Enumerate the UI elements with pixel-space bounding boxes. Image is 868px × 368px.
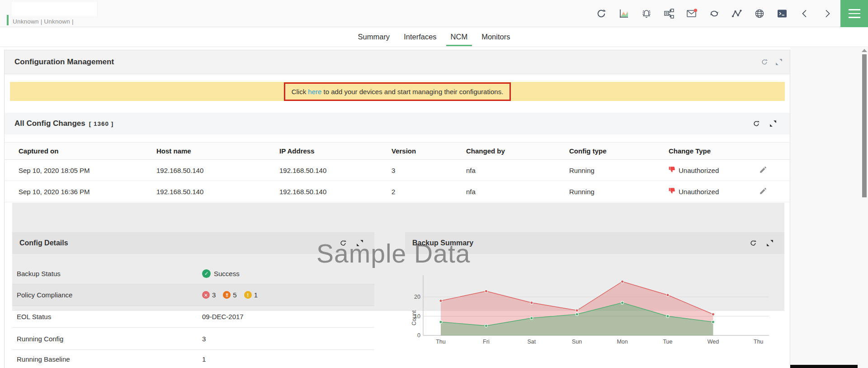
cell-ip-address: 192.168.50.140: [279, 167, 392, 174]
panel-expand-icon[interactable]: [775, 58, 783, 66]
backup-status-label: Backup Status: [12, 270, 202, 277]
col-change-type: Change Type: [669, 147, 751, 155]
policy-compliance-row: Policy Compliance ✕3 !!5 !1: [12, 284, 374, 306]
chevron-left-icon[interactable]: [799, 8, 811, 19]
cell-change-type: Unauthorized: [679, 167, 719, 174]
config-details-header: Config Details: [12, 232, 374, 254]
device-tabs: Summary Interfaces NCM Monitors: [0, 27, 868, 47]
all-config-changes-header: All Config Changes [ 1360 ]: [5, 113, 790, 134]
policy-compliance-label: Policy Compliance: [12, 291, 202, 299]
refresh-icon[interactable]: [595, 8, 607, 19]
globe-icon[interactable]: [754, 8, 765, 19]
cell-captured-on: Sep 10, 2020 18:05 PM: [19, 167, 156, 174]
cell-changed-by: nfa: [466, 188, 569, 196]
critical-icon: ✕: [202, 291, 210, 299]
eol-status-value: 09-DEC-2017: [202, 313, 244, 320]
eol-status-row: EOL Status 09-DEC-2017: [12, 306, 374, 328]
thumbs-down-icon: [669, 187, 675, 196]
running-config-row: Running Config 3: [12, 328, 374, 350]
backup-summary-header: Backup Summary: [405, 232, 784, 254]
backup-status-value: Success: [214, 270, 240, 277]
svg-text:0: 0: [417, 332, 420, 339]
running-baseline-value: 1: [202, 355, 206, 363]
cell-changed-by: nfa: [466, 167, 569, 174]
section-refresh-icon[interactable]: [752, 120, 760, 128]
backup-summary-refresh-icon[interactable]: [749, 239, 757, 247]
svg-text:Wed: Wed: [708, 339, 719, 345]
major-icon: !!: [223, 291, 231, 299]
top-bar: Unknown | Unknown |: [0, 0, 868, 27]
edit-pencil-icon[interactable]: [759, 187, 768, 196]
svg-text:Thu: Thu: [436, 339, 446, 345]
thumbs-down-icon: [669, 166, 675, 174]
cell-ip-address: 192.168.50.140: [279, 188, 392, 196]
col-host-name: Host name: [156, 147, 279, 155]
mail-icon[interactable]: [686, 8, 698, 19]
tab-summary[interactable]: Summary: [357, 27, 391, 47]
running-baseline-label: Running Baseline: [12, 355, 202, 363]
annotation-highlight-box: Click here to add your devices and start…: [284, 82, 511, 101]
col-captured-on: Captured on: [19, 147, 156, 155]
banner-text-suffix: to add your devices and start managing t…: [321, 88, 503, 96]
backup-summary-expand-icon[interactable]: [766, 239, 774, 247]
config-changes-table-header: Captured on Host name IP Address Version…: [5, 142, 790, 160]
critical-count: 3: [212, 291, 216, 299]
scrollbar-thumb[interactable]: [862, 54, 867, 197]
sync-loop-icon[interactable]: [708, 8, 720, 19]
svg-text:Thu: Thu: [754, 339, 764, 345]
backup-summary-title: Backup Summary: [412, 239, 473, 247]
banner-text-prefix: Click: [292, 88, 308, 96]
svg-text:Sat: Sat: [527, 339, 536, 345]
table-row[interactable]: Sep 10, 2020 18:05 PM 192.168.50.140 192…: [5, 160, 790, 181]
hamburger-icon: [849, 9, 860, 10]
cell-config-type: Running: [569, 167, 669, 174]
col-changed-by: Changed by: [466, 147, 569, 155]
panel-header: Configuration Management: [5, 50, 790, 74]
svg-text:Mon: Mon: [617, 339, 627, 345]
edit-pencil-icon[interactable]: [759, 166, 768, 175]
chevron-right-icon[interactable]: [821, 8, 833, 19]
device-title-box[interactable]: [11, 1, 97, 17]
backup-status-row: Backup Status ✓Success: [12, 263, 374, 284]
traceroute-icon[interactable]: [731, 8, 743, 19]
performance-graph-icon[interactable]: [618, 8, 630, 19]
add-devices-banner: Click here to add your devices and start…: [10, 82, 785, 101]
terminal-icon[interactable]: [776, 8, 788, 19]
mail-notification-dot: [694, 9, 697, 12]
workflow-icon[interactable]: [663, 8, 675, 19]
configuration-management-panel: Configuration Management Click here to a…: [4, 50, 790, 368]
cell-captured-on: Sep 10, 2020 16:36 PM: [19, 188, 156, 196]
success-check-icon: ✓: [202, 269, 211, 278]
device-subtitle: Unknown | Unknown |: [13, 18, 74, 25]
panel-refresh-icon[interactable]: [760, 58, 768, 66]
page-gutter: [790, 47, 868, 368]
svg-text:Fri: Fri: [483, 339, 490, 345]
config-details-expand-icon[interactable]: [356, 239, 363, 247]
cell-host-name: 192.168.50.140: [156, 167, 279, 174]
banner-here-link[interactable]: here: [308, 88, 321, 96]
tab-interfaces[interactable]: Interfaces: [403, 27, 437, 47]
minor-count: 1: [254, 291, 258, 299]
tab-monitors[interactable]: Monitors: [481, 27, 511, 47]
config-details-title: Config Details: [19, 239, 68, 247]
cell-version: 3: [392, 167, 466, 174]
device-status-accent: [7, 15, 9, 25]
y-axis-label: Count: [411, 310, 417, 325]
config-details-refresh-icon[interactable]: [339, 239, 347, 247]
backup-summary-chart: 01020ThuFriSatSunMonTueWedThu Count: [410, 265, 771, 351]
running-config-label: Running Config: [12, 335, 202, 343]
section-expand-icon[interactable]: [769, 120, 777, 128]
hamburger-menu-button[interactable]: [840, 0, 868, 27]
col-ip-address: IP Address: [279, 147, 392, 155]
col-config-type: Config type: [569, 147, 669, 155]
cell-version: 2: [392, 188, 466, 196]
alarms-bell-icon[interactable]: [641, 8, 652, 19]
svg-text:Sun: Sun: [572, 339, 582, 345]
tab-ncm[interactable]: NCM: [450, 27, 469, 47]
svg-text:Tue: Tue: [663, 339, 672, 345]
scroll-up-arrow[interactable]: [862, 49, 867, 52]
cell-host-name: 192.168.50.140: [156, 188, 279, 196]
section-title: All Config Changes: [14, 119, 85, 128]
table-row[interactable]: Sep 10, 2020 16:36 PM 192.168.50.140 192…: [5, 181, 790, 202]
running-baseline-row: Running Baseline 1: [12, 350, 374, 368]
